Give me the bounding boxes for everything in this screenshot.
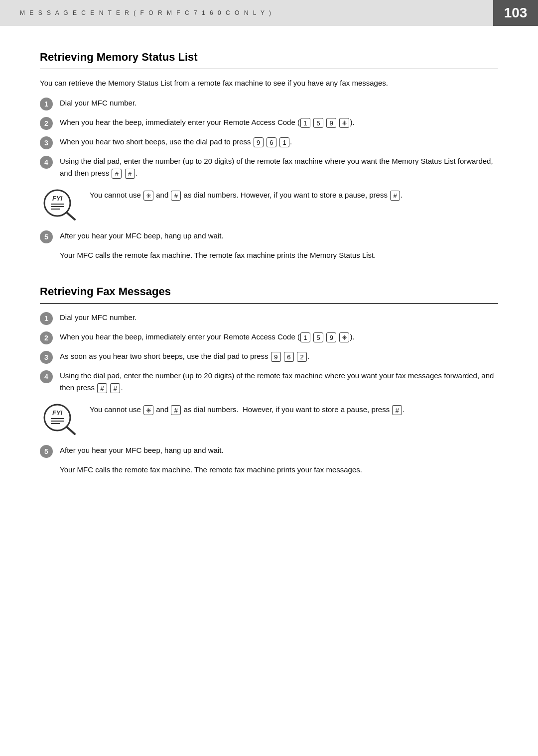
step-2-5: 5 After you hear your MFC beep, hang up …	[40, 444, 498, 458]
section1-title: Retrieving Memory Status List	[40, 51, 498, 64]
section2-note-text: You cannot use ✳ and # as dial numbers. …	[90, 402, 404, 416]
step-text-2-4: Using the dial pad, enter the number (up…	[60, 370, 498, 394]
step-1-3: 3 When you hear two short beeps, use the…	[40, 136, 498, 149]
svg-line-3	[67, 213, 75, 219]
svg-line-10	[67, 427, 75, 434]
step-text-2-1: Dial your MFC number.	[60, 312, 498, 324]
key-hash-note1: #	[171, 191, 181, 201]
step-2-2: 2 When you hear the beep, immediately en…	[40, 331, 498, 344]
section2-steps: 1 Dial your MFC number. 2 When you hear …	[40, 312, 498, 394]
key-9: 9	[326, 118, 336, 128]
key-2-2a: 2	[297, 352, 307, 362]
section1-step5-sub: Your MFC calls the remote fax machine. T…	[60, 249, 498, 261]
step-num-2-4: 4	[40, 370, 53, 383]
section2-step5-sub: Your MFC calls the remote fax machine. T…	[60, 464, 498, 476]
section2-note-block: FYI You cannot use ✳ and # as dial numbe…	[40, 402, 498, 436]
key-2-9a: 9	[271, 352, 281, 362]
step-1-4: 4 Using the dial pad, enter the number (…	[40, 155, 498, 179]
key-1: 1	[300, 118, 310, 128]
step-text-1-1: Dial your MFC number.	[60, 97, 498, 109]
fyi-icon-1: FYI	[40, 187, 80, 222]
fyi-icon-2: FYI	[40, 402, 80, 436]
key-9a: 9	[254, 137, 264, 147]
step-text-1-5: After you hear your MFC beep, hang up an…	[60, 230, 498, 242]
key-star-note2: ✳	[143, 405, 153, 415]
key-5: 5	[313, 118, 323, 128]
step-1-2: 2 When you hear the beep, immediately en…	[40, 116, 498, 130]
section2-title: Retrieving Fax Messages	[40, 285, 498, 298]
step-num-1-2: 2	[40, 117, 53, 130]
step-num-1-3: 3	[40, 136, 53, 149]
section1-note-text: You cannot use ✳ and # as dial numbers. …	[90, 187, 403, 201]
step-num-2-5: 5	[40, 445, 53, 458]
step-2-3: 3 As soon as you hear two short beeps, u…	[40, 350, 498, 364]
key-2-6a: 6	[284, 352, 294, 362]
key-2-hash2: #	[110, 383, 120, 393]
key-hash2: #	[125, 169, 135, 179]
key-hash-note2b: #	[392, 405, 402, 415]
main-content: Retrieving Memory Status List You can re…	[0, 26, 538, 530]
header: M E S S A G E C E N T E R ( F O R M F C …	[0, 0, 538, 26]
step-num-1-1: 1	[40, 98, 53, 110]
section1-steps: 1 Dial your MFC number. 2 When you hear …	[40, 97, 498, 179]
key-2-star: ✳	[339, 332, 349, 342]
section1-note-block: FYI You cannot use ✳ and # as dial numbe…	[40, 187, 498, 222]
step-text-1-2: When you hear the beep, immediately ente…	[60, 116, 498, 128]
step-text-1-4: Using the dial pad, enter the number (up…	[60, 155, 498, 179]
step-1-5: 5 After you hear your MFC beep, hang up …	[40, 230, 498, 243]
step-num-2-2: 2	[40, 331, 53, 344]
section1-rule	[40, 69, 498, 69]
key-2-5: 5	[313, 332, 323, 342]
header-title: M E S S A G E C E N T E R ( F O R M F C …	[0, 0, 272, 26]
step-text-2-3: As soon as you hear two short beeps, use…	[60, 350, 498, 362]
step-num-2-1: 1	[40, 312, 53, 325]
section1-intro: You can retrieve the Memory Status List …	[40, 77, 498, 89]
section-memory-status: Retrieving Memory Status List You can re…	[40, 51, 498, 261]
page: M E S S A G E C E N T E R ( F O R M F C …	[0, 0, 538, 756]
key-2-9: 9	[326, 332, 336, 342]
key-hash-note2: #	[171, 405, 181, 415]
step-text-2-2: When you hear the beep, immediately ente…	[60, 331, 498, 343]
svg-text:FYI: FYI	[52, 195, 63, 202]
page-number: 103	[493, 0, 538, 26]
step-2-1: 1 Dial your MFC number.	[40, 312, 498, 325]
section2-rule	[40, 303, 498, 304]
key-1a: 1	[279, 137, 289, 147]
key-6a: 6	[267, 137, 276, 147]
key-star: ✳	[339, 118, 349, 128]
key-2-hash1: #	[97, 383, 107, 393]
key-star-note1: ✳	[143, 191, 153, 201]
step-1-1: 1 Dial your MFC number.	[40, 97, 498, 110]
step-num-1-5: 5	[40, 230, 53, 243]
step-text-1-3: When you hear two short beeps, use the d…	[60, 136, 498, 148]
step-num-1-4: 4	[40, 156, 53, 169]
svg-text:FYI: FYI	[52, 409, 63, 417]
step-num-2-3: 3	[40, 351, 53, 364]
step-2-4: 4 Using the dial pad, enter the number (…	[40, 370, 498, 394]
key-2-1: 1	[300, 332, 310, 342]
key-hash-note1b: #	[390, 191, 400, 201]
section-fax-messages: Retrieving Fax Messages 1 Dial your MFC …	[40, 285, 498, 476]
key-hash1: #	[112, 169, 122, 179]
step-text-2-5: After you hear your MFC beep, hang up an…	[60, 444, 498, 456]
